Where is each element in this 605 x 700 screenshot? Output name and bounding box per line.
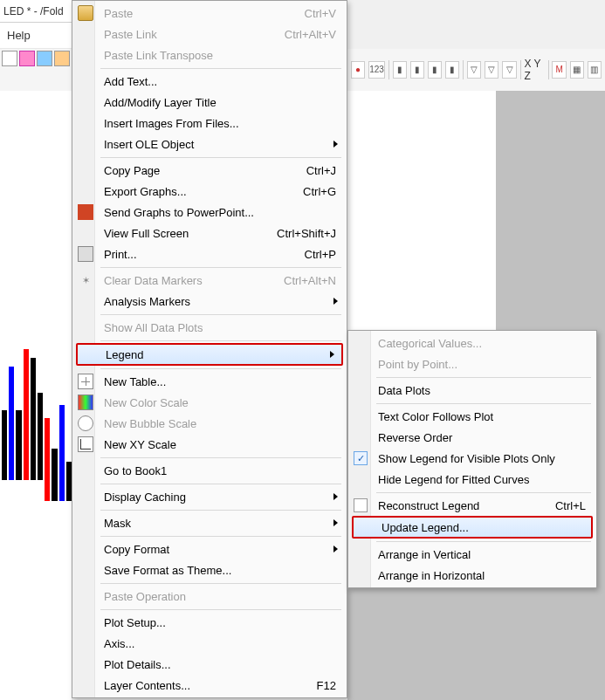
legend-submenu-item-point-by-point: Point by Point... xyxy=(350,353,595,374)
menu-item-label: New Table... xyxy=(104,375,166,388)
toolbar-button[interactable]: ▽ xyxy=(485,61,498,79)
menu-item-label: Export Graphs... xyxy=(104,185,187,198)
menu-item-label: Analysis Markers xyxy=(104,295,190,308)
menu-item-shortcut: Ctrl+Alt+N xyxy=(284,274,336,287)
legend-submenu-item-arrange-in-vertical[interactable]: Arrange in Vertical xyxy=(350,544,595,565)
context-menu-item-view-full-screen[interactable]: View Full ScreenCtrl+Shift+J xyxy=(74,223,345,244)
context-menu-item-new-table[interactable]: New Table... xyxy=(74,371,345,392)
toolbar-button[interactable]: ▮ xyxy=(410,61,424,79)
submenu-arrow-icon xyxy=(333,546,338,552)
context-menu-item-analysis-markers[interactable]: Analysis Markers xyxy=(74,291,345,312)
legend-submenu-item-categorical-values: Categorical Values... xyxy=(350,333,595,353)
context-menu-item-mask[interactable]: Mask xyxy=(74,512,345,533)
menu-item-shortcut: Ctrl+P xyxy=(305,248,336,261)
xyz-label: X Y Z xyxy=(524,58,544,82)
context-menu-item-legend[interactable]: Legend xyxy=(76,343,343,366)
toolbar-left xyxy=(0,49,72,91)
toolbar-button[interactable]: ▥ xyxy=(588,61,602,79)
context-menu: PasteCtrl+VPaste LinkCtrl+Alt+VPaste Lin… xyxy=(72,0,347,698)
context-menu-item-add-text[interactable]: Add Text... xyxy=(74,71,345,92)
toolbar-button[interactable]: ▮ xyxy=(393,61,407,79)
menu-item-label: Arrange in Horizontal xyxy=(378,569,485,582)
context-menu-item-paste-link-transpose: Paste Link Transpose xyxy=(74,45,345,65)
table-icon xyxy=(78,374,93,389)
menu-help[interactable]: Help xyxy=(7,29,31,42)
menu-item-label: View Full Screen xyxy=(104,227,189,240)
context-menu-item-copy-format[interactable]: Copy Format xyxy=(74,539,345,559)
submenu-arrow-icon xyxy=(333,141,338,148)
menubar: Help xyxy=(0,23,72,49)
toolbar-button[interactable]: ▽ xyxy=(502,61,516,79)
legend-submenu-item-update-legend[interactable]: Update Legend... xyxy=(352,516,593,539)
color-icon xyxy=(78,395,93,410)
print-icon xyxy=(78,246,93,262)
bubble-icon xyxy=(78,415,93,431)
menu-item-label: Show All Data Plots xyxy=(104,321,203,334)
toolbar-button[interactable]: 123 xyxy=(368,61,385,79)
legend-submenu-item-reverse-order[interactable]: Reverse Order xyxy=(350,427,595,448)
legend-submenu-item-text-color-follows-plot[interactable]: Text Color Follows Plot xyxy=(350,406,595,427)
paste-icon xyxy=(78,5,93,21)
context-menu-item-insert-ole-object[interactable]: Insert OLE Object xyxy=(74,134,345,154)
context-menu-item-send-graphs-to-powerpoint[interactable]: Send Graphs to PowerPoint... xyxy=(74,202,345,223)
context-menu-item-copy-page[interactable]: Copy PageCtrl+J xyxy=(74,160,345,181)
context-menu-item-plot-setup[interactable]: Plot Setup... xyxy=(74,612,345,633)
menu-item-label: Display Caching xyxy=(104,491,186,504)
ppt-icon xyxy=(78,204,93,220)
toolbar-button[interactable] xyxy=(2,51,17,66)
context-menu-item-layer-contents[interactable]: Layer Contents...F12 xyxy=(74,675,345,696)
context-menu-item-export-graphs[interactable]: Export Graphs...Ctrl+G xyxy=(74,181,345,202)
context-menu-item-go-to-book1[interactable]: Go to Book1 xyxy=(74,460,345,481)
legend-submenu-item-arrange-in-horizontal[interactable]: Arrange in Horizontal xyxy=(350,565,595,586)
toolbar-button[interactable] xyxy=(19,51,35,66)
menu-item-label: Layer Contents... xyxy=(104,679,190,692)
menu-item-shortcut: Ctrl+Alt+V xyxy=(285,28,336,41)
window-title: LED * - /Fold xyxy=(0,0,72,23)
marker-icon: ✶ xyxy=(78,272,93,288)
context-menu-item-new-bubble-scale: New Bubble Scale xyxy=(74,413,345,434)
legend-submenu-item-show-legend-for-visible-plots-only[interactable]: ✓Show Legend for Visible Plots Only xyxy=(350,448,595,469)
context-menu-item-save-format-as-theme[interactable]: Save Format as Theme... xyxy=(74,559,345,580)
context-menu-item-new-xy-scale[interactable]: New XY Scale xyxy=(74,434,345,455)
menu-item-label: Copy Page xyxy=(104,164,160,177)
context-menu-item-print[interactable]: Print...Ctrl+P xyxy=(74,244,345,264)
toolbar-button[interactable]: ▦ xyxy=(570,61,584,79)
legend-submenu-item-data-plots[interactable]: Data Plots xyxy=(350,380,595,401)
submenu-arrow-icon xyxy=(330,351,334,358)
menu-item-label: Go to Book1 xyxy=(104,464,167,477)
menu-item-label: Update Legend... xyxy=(382,521,469,534)
context-menu-item-axis[interactable]: Axis... xyxy=(74,633,345,654)
context-menu-item-display-caching[interactable]: Display Caching xyxy=(74,486,345,507)
check-icon: ✓ xyxy=(354,451,368,465)
toolbar-button[interactable]: ● xyxy=(351,61,365,79)
toolbar-button[interactable] xyxy=(54,51,70,66)
legend-submenu-item-hide-legend-for-fitted-curves[interactable]: Hide Legend for Fitted Curves xyxy=(350,469,595,490)
menu-item-label: Arrange in Vertical xyxy=(378,548,471,561)
context-menu-item-insert-images-from-files[interactable]: Insert Images From Files... xyxy=(74,113,345,134)
menu-item-label: Reverse Order xyxy=(378,431,452,444)
sepico-icon xyxy=(354,498,368,512)
menu-item-label: Hide Legend for Fitted Curves xyxy=(378,473,529,486)
toolbar-button[interactable]: M xyxy=(552,61,566,79)
context-menu-item-plot-details[interactable]: Plot Details... xyxy=(74,654,345,675)
menu-item-label: Show Legend for Visible Plots Only xyxy=(378,452,555,465)
context-menu-item-paste-operation: Paste Operation xyxy=(74,586,345,607)
toolbar-right: ● 123 ▮ ▮ ▮ ▮ ▽ ▽ ▽ X Y Z M ▦ ▥ xyxy=(347,49,605,91)
menu-item-label: Add/Modify Layer Title xyxy=(104,96,217,109)
menu-item-label: Legend xyxy=(106,348,143,361)
toolbar-button[interactable]: ▮ xyxy=(428,61,442,79)
menu-item-label: Insert Images From Files... xyxy=(104,117,239,130)
legend-submenu-item-reconstruct-legend[interactable]: Reconstruct LegendCtrl+L xyxy=(350,495,595,516)
toolbar-button[interactable]: ▮ xyxy=(445,61,459,79)
toolbar-button[interactable]: ▽ xyxy=(467,61,481,79)
menu-item-label: Reconstruct Legend xyxy=(378,499,479,512)
menu-item-label: Paste Operation xyxy=(104,590,186,603)
menu-item-label: Add Text... xyxy=(104,75,157,88)
context-menu-item-paste: PasteCtrl+V xyxy=(74,3,345,24)
context-menu-item-add-modify-layer-title[interactable]: Add/Modify Layer Title xyxy=(74,92,345,113)
toolbar-button[interactable] xyxy=(37,51,52,66)
menu-item-shortcut: Ctrl+J xyxy=(306,164,336,177)
menu-item-shortcut: Ctrl+V xyxy=(305,7,336,20)
menu-item-label: Save Format as Theme... xyxy=(104,564,231,577)
menu-item-label: Categorical Values... xyxy=(378,337,482,350)
